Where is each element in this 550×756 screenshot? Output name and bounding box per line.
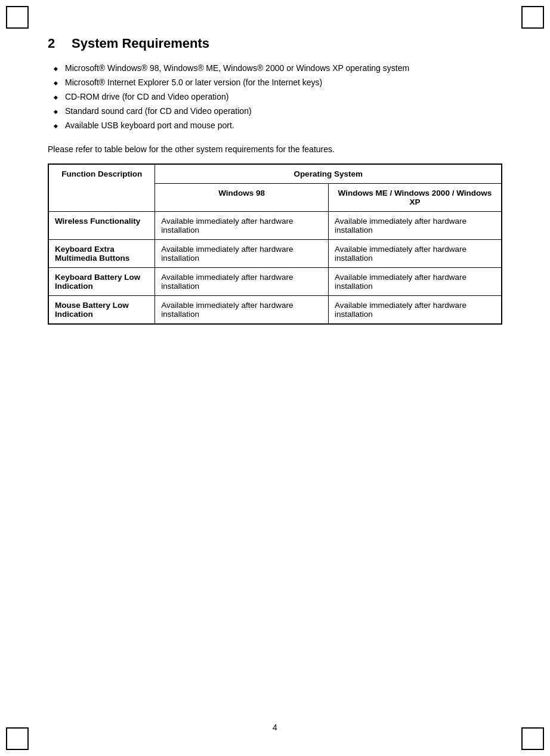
table-header-os: Operating System: [155, 164, 502, 184]
table-row: Keyboard Battery Low Indication Availabl…: [48, 268, 502, 296]
bullet-list: Microsoft® Windows® 98, Windows® ME, Win…: [48, 63, 502, 130]
table-cell-function: Wireless Functionality: [48, 212, 155, 240]
corner-top-right: [521, 6, 544, 29]
intro-text: Please refer to table below for the othe…: [48, 144, 502, 154]
table-cell-winme: Available immediately after hardware ins…: [328, 240, 502, 268]
table-header-win98: Windows 98: [155, 184, 329, 212]
corner-top-left: [6, 6, 29, 29]
table-header-function: Function Description: [48, 164, 155, 212]
page-number: 4: [273, 723, 277, 732]
table-cell-winme: Available immediately after hardware ins…: [328, 296, 502, 325]
table-row: Keyboard Extra Multimedia Buttons Availa…: [48, 240, 502, 268]
list-item-text: Microsoft® Internet Explorer 5.0 or late…: [65, 78, 322, 87]
list-item: Microsoft® Internet Explorer 5.0 or late…: [48, 78, 502, 87]
page-container: 2 System Requirements Microsoft® Windows…: [0, 0, 550, 756]
table-cell-function: Keyboard Extra Multimedia Buttons: [48, 240, 155, 268]
list-item: Standard sound card (for CD and Video op…: [48, 106, 502, 116]
list-item: Microsoft® Windows® 98, Windows® ME, Win…: [48, 63, 502, 73]
table-cell-win98: Available immediately after hardware ins…: [155, 212, 329, 240]
section-heading: 2 System Requirements: [48, 36, 502, 51]
list-item: Available USB keyboard port and mouse po…: [48, 121, 502, 130]
table-row: Wireless Functionality Available immedia…: [48, 212, 502, 240]
list-item-text: Microsoft® Windows® 98, Windows® ME, Win…: [65, 63, 409, 73]
section-number: 2: [48, 36, 60, 51]
table-cell-winme: Available immediately after hardware ins…: [328, 268, 502, 296]
table-cell-win98: Available immediately after hardware ins…: [155, 268, 329, 296]
section-title: System Requirements: [72, 36, 209, 51]
table-cell-winme: Available immediately after hardware ins…: [328, 212, 502, 240]
list-item-text: Available USB keyboard port and mouse po…: [65, 121, 234, 130]
list-item: CD-ROM drive (for CD and Video operation…: [48, 92, 502, 101]
corner-bottom-left: [6, 727, 29, 750]
table-row: Mouse Battery Low Indication Available i…: [48, 296, 502, 325]
requirements-table: Function Description Operating System Wi…: [48, 163, 502, 325]
corner-bottom-right: [521, 727, 544, 750]
table-cell-function: Keyboard Battery Low Indication: [48, 268, 155, 296]
list-item-text: CD-ROM drive (for CD and Video operation…: [65, 92, 228, 101]
table-cell-win98: Available immediately after hardware ins…: [155, 296, 329, 325]
list-item-text: Standard sound card (for CD and Video op…: [65, 106, 252, 116]
table-cell-function: Mouse Battery Low Indication: [48, 296, 155, 325]
table-header-winme: Windows ME / Windows 2000 / Windows XP: [328, 184, 502, 212]
table-cell-win98: Available immediately after hardware ins…: [155, 240, 329, 268]
